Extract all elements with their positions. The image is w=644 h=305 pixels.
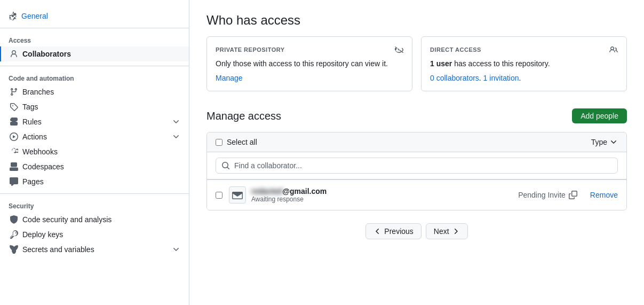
sidebar-item-codespaces[interactable]: Codespaces (0, 159, 189, 174)
private-repo-card: PRIVATE REPOSITORY Only those with acces… (206, 36, 412, 91)
manage-access-table: Select all Type redacted@gmail.com (206, 132, 627, 210)
type-label: Type (591, 138, 607, 146)
private-card-header: PRIVATE REPOSITORY (216, 45, 403, 54)
codespaces-label: Codespaces (22, 162, 180, 171)
next-label: Next (434, 227, 449, 236)
eye-off-icon (395, 45, 403, 54)
invitation-link[interactable]: 1 invitation (483, 74, 519, 82)
actions-icon (10, 132, 18, 141)
people-icon (609, 45, 618, 54)
previous-label: Previous (384, 227, 413, 236)
sidebar-item-rules[interactable]: Rules (0, 114, 189, 129)
key-icon (10, 230, 18, 239)
codespaces-icon (10, 162, 18, 171)
collab-email-domain: @gmail.com (282, 187, 327, 195)
email-icon (232, 191, 243, 199)
sidebar-item-webhooks[interactable]: Webhooks (0, 144, 189, 159)
private-card-title: PRIVATE REPOSITORY (216, 46, 285, 53)
rules-label: Rules (22, 118, 168, 126)
sidebar-item-code-security[interactable]: Code security and analysis (0, 212, 189, 227)
collab-info: redacted@gmail.com Awaiting response (251, 187, 518, 203)
direct-card-text: 1 user has access to this repository. (430, 58, 618, 69)
actions-label: Actions (22, 132, 168, 141)
webhook-icon (10, 147, 18, 156)
code-automation-section-label: Code and automation (0, 71, 189, 84)
collab-email: redacted@gmail.com (251, 187, 518, 195)
chevron-left-icon (373, 227, 382, 236)
manage-link[interactable]: Manage (216, 74, 243, 82)
code-security-label: Code security and analysis (22, 215, 180, 224)
branch-icon (10, 88, 18, 96)
deploy-keys-label: Deploy keys (22, 230, 180, 239)
sidebar-general-label: General (21, 12, 48, 20)
table-header: Select all Type (207, 132, 626, 152)
search-wrapper (216, 158, 618, 174)
sidebar-item-secrets[interactable]: Secrets and variables (0, 242, 189, 257)
direct-card-text-rest: has access to this repository. (454, 59, 550, 68)
chevron-right-icon (451, 227, 460, 236)
collaborators-label: Collaborators (22, 50, 180, 58)
secrets-chevron-icon (172, 245, 180, 254)
next-button[interactable]: Next (426, 223, 468, 239)
search-icon (221, 161, 230, 170)
direct-access-card: DIRECT ACCESS 1 user has access to this … (421, 36, 627, 91)
collab-status: Awaiting response (251, 195, 518, 203)
sidebar-item-tags[interactable]: Tags (0, 99, 189, 114)
branches-label: Branches (22, 88, 180, 96)
actions-chevron-icon (172, 132, 180, 141)
gear-icon (9, 12, 17, 20)
divider-top (0, 28, 189, 28)
manage-access-title: Manage access (206, 110, 281, 122)
rules-icon (10, 118, 18, 126)
secrets-label: Secrets and variables (22, 245, 168, 254)
shield-icon (10, 215, 18, 224)
search-input[interactable] (234, 161, 612, 170)
sidebar-item-actions[interactable]: Actions (0, 129, 189, 144)
tags-label: Tags (22, 103, 180, 111)
security-section-label: Security (0, 198, 189, 212)
copy-icon[interactable] (569, 191, 577, 199)
table-row: redacted@gmail.com Awaiting response Pen… (207, 179, 626, 210)
direct-card-title: DIRECT ACCESS (430, 46, 481, 53)
pending-invite-label: Pending Invite (518, 191, 566, 199)
pages-label: Pages (22, 177, 180, 186)
webhooks-label: Webhooks (22, 147, 180, 156)
remove-link[interactable]: Remove (590, 191, 618, 199)
secrets-icon (10, 245, 18, 254)
sidebar-item-branches[interactable]: Branches (0, 84, 189, 99)
direct-card-links: 0 collaborators. 1 invitation. (430, 74, 618, 82)
sidebar-item-deploy-keys[interactable]: Deploy keys (0, 227, 189, 242)
divider-access (0, 66, 189, 66)
pages-icon (10, 177, 18, 186)
pagination: Previous Next (206, 215, 627, 248)
main-content: Who has access PRIVATE REPOSITORY Only t… (189, 0, 644, 305)
link-separator: . (479, 74, 483, 82)
tag-icon (10, 103, 18, 111)
type-filter[interactable]: Type (591, 138, 618, 146)
who-has-access-title: Who has access (206, 13, 627, 28)
select-all-checkbox[interactable] (216, 139, 222, 146)
private-card-text: Only those with access to this repositor… (216, 58, 403, 69)
direct-card-header: DIRECT ACCESS (430, 45, 618, 54)
collab-avatar (229, 186, 246, 204)
type-chevron-icon (609, 138, 618, 146)
sidebar: General Access Collaborators Code and au… (0, 0, 189, 305)
divider-code (0, 193, 189, 194)
rules-chevron-icon (172, 118, 180, 126)
collab-email-blurred: redacted (251, 187, 282, 195)
link2-suffix: . (519, 74, 521, 82)
pending-invite: Pending Invite (518, 191, 577, 199)
person-icon (10, 50, 18, 58)
previous-button[interactable]: Previous (365, 223, 421, 239)
direct-user-count: 1 user (430, 59, 452, 68)
select-all-label: Select all (227, 138, 591, 146)
sidebar-item-pages[interactable]: Pages (0, 174, 189, 189)
sidebar-item-general[interactable]: General (0, 9, 189, 24)
collab-checkbox[interactable] (216, 192, 222, 199)
sidebar-item-collaborators[interactable]: Collaborators (0, 46, 189, 61)
collaborators-link[interactable]: 0 collaborators (430, 74, 479, 82)
add-people-button[interactable]: Add people (572, 108, 627, 123)
access-cards: PRIVATE REPOSITORY Only those with acces… (206, 36, 627, 91)
search-row (207, 152, 626, 179)
manage-access-header: Manage access Add people (206, 108, 627, 123)
